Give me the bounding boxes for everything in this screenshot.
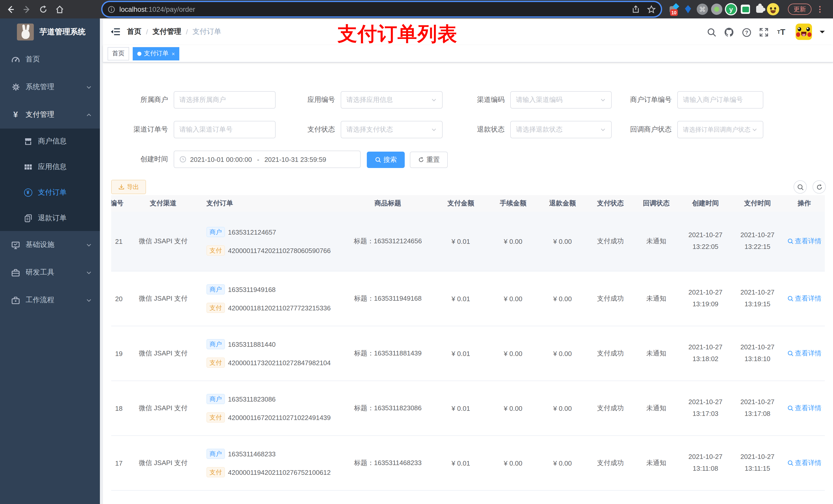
sidebar-scrollbar[interactable]: [100, 19, 103, 504]
view-detail-link[interactable]: 查看详情: [787, 349, 822, 358]
fullscreen-icon[interactable]: [759, 27, 769, 38]
tag-close-icon[interactable]: ×: [172, 50, 175, 56]
refresh-icon: [418, 157, 424, 163]
sidebar-item-app-info[interactable]: 应用信息: [0, 154, 100, 180]
sidebar-item-infrastructure[interactable]: 基础设施: [0, 231, 100, 259]
chevron-down-icon: [86, 242, 92, 248]
filter-create-time: 创建时间 2021-10-01 00:00:00 - 2021-10-31 23…: [122, 150, 361, 168]
app-title: 芋道管理系统: [40, 27, 86, 37]
sidebar-item-pay-order[interactable]: ¥ 支付订单: [0, 180, 100, 206]
view-detail-link[interactable]: 查看详情: [787, 458, 822, 467]
date-end: 2021-10-31 23:59:59: [264, 155, 326, 163]
logo-rabbit-image: [17, 23, 34, 40]
url-bar[interactable]: localhost:1024/pay/order: [102, 2, 661, 16]
app-select[interactable]: 请选择应用信息: [341, 91, 443, 109]
dashboard-icon: [11, 55, 20, 64]
merchant-input[interactable]: 请选择所属商户: [174, 91, 276, 109]
sidebar-item-payment[interactable]: ¥ 支付管理: [0, 101, 100, 128]
table-search-toggle-button[interactable]: [793, 180, 807, 194]
extension-y-app-icon[interactable]: y: [724, 3, 738, 16]
sidebar-item-dev-tools[interactable]: 研发工具: [0, 259, 100, 286]
chevron-down-icon: [86, 270, 92, 275]
browser-profile-avatar[interactable]: [766, 3, 780, 16]
sidebar-item-system[interactable]: 系统管理: [0, 73, 100, 101]
tags-view-bar: 首页 支付订单 ×: [103, 45, 833, 63]
reload-icon[interactable]: [37, 3, 49, 15]
url-host: localhost: [119, 5, 147, 13]
table-row[interactable]: 18 微信 JSAPI 支付 商户1635311823086 支付4200001…: [111, 381, 825, 436]
chevron-down-icon: [600, 97, 606, 103]
svg-text:?: ?: [745, 29, 748, 35]
sidebar-item-home[interactable]: 首页: [0, 46, 100, 73]
view-detail-link[interactable]: 查看详情: [787, 404, 822, 413]
channel-code-select[interactable]: 请输入渠道编码: [510, 91, 612, 109]
date-range-input[interactable]: 2021-10-01 00:00:00 - 2021-10-31 23:59:5…: [174, 150, 361, 168]
font-size-icon[interactable]: TT: [776, 27, 786, 38]
browser-update-button[interactable]: 更新: [788, 4, 811, 15]
sidebar-item-workflow[interactable]: 工作流程: [0, 286, 100, 314]
reset-button[interactable]: 重置: [410, 152, 448, 168]
header-search-icon[interactable]: [707, 27, 717, 38]
extensions-puzzle-icon[interactable]: [753, 3, 766, 16]
breadcrumb-home[interactable]: 首页: [127, 27, 141, 37]
channel-order-no-input[interactable]: 请输入渠道订单号: [174, 121, 276, 138]
merchant-order-no-input[interactable]: 请输入商户订单编号: [677, 91, 763, 109]
payment-submenu: 商户信息 应用信息 ¥ 支付订单 退款订单: [0, 128, 100, 231]
sidebar-item-refund-order[interactable]: 退款订单: [0, 206, 100, 231]
sidebar-logo[interactable]: 芋道管理系统: [0, 19, 100, 45]
extension-kite-icon[interactable]: [681, 3, 695, 16]
extension-record-icon[interactable]: [710, 3, 723, 16]
forward-icon[interactable]: [21, 3, 33, 15]
filter-callback-status: 回调商户状态 请选择订单回调商户状态: [615, 121, 763, 138]
pay-tag: 支付: [207, 412, 225, 423]
screen: localhost:1024/pay/order 10 ⌘ y 更新 ⋮: [0, 0, 833, 504]
tag-home[interactable]: 首页: [108, 47, 129, 60]
coin-icon: ¥: [24, 188, 32, 197]
search-icon: [787, 238, 793, 244]
tag-active-dot: [137, 51, 141, 55]
chevron-down-icon: [86, 84, 92, 90]
export-button[interactable]: 导出: [111, 180, 146, 194]
search-icon: [787, 350, 793, 357]
help-icon[interactable]: ?: [741, 27, 752, 38]
table-row[interactable]: 21 微信 JSAPI 支付 商户1635312124657 支付4200001…: [111, 212, 825, 271]
back-icon[interactable]: [4, 3, 16, 15]
sidebar-item-merchant-info[interactable]: 商户信息: [0, 128, 100, 154]
filter-app: 应用编号 请选择应用信息: [289, 91, 443, 109]
refund-status-select[interactable]: 请选择退款状态: [510, 121, 612, 138]
user-avatar[interactable]: [795, 24, 812, 40]
pay-tag: 支付: [207, 303, 225, 313]
toolbox-icon: [11, 268, 20, 277]
github-icon[interactable]: [724, 27, 734, 38]
table-row[interactable]: 20 微信 JSAPI 支付 商户1635311949168 支付4200001…: [111, 271, 825, 326]
home-icon[interactable]: [53, 3, 66, 15]
filter-channel-code: 渠道编码 请输入渠道编码: [458, 91, 612, 109]
view-detail-link[interactable]: 查看详情: [787, 294, 822, 303]
gear-icon: [11, 83, 20, 91]
extension-badge: 10: [670, 9, 678, 16]
pay-tag: 支付: [207, 358, 225, 368]
orders-table: 编号 支付渠道 支付订单 商品标题 支付金额 手续金额 退款金额 支付状态 回调…: [111, 195, 825, 504]
table-row[interactable]: 19 微信 JSAPI 支付 商户1635311881440 支付4200001…: [111, 326, 825, 381]
browser-menu-icon[interactable]: ⋮: [816, 4, 824, 15]
tag-pay-order[interactable]: 支付订单 ×: [133, 47, 180, 60]
search-button[interactable]: 搜索: [367, 152, 405, 168]
extension-badged-icon[interactable]: 10: [666, 3, 679, 16]
pay-status-select[interactable]: 请选择支付状态: [341, 121, 443, 138]
page-title-annotation: 支付订单列表: [338, 21, 457, 47]
sidebar-fold-icon[interactable]: [110, 27, 120, 37]
extension-command-icon[interactable]: ⌘: [696, 3, 709, 16]
bookmark-star-icon[interactable]: [647, 5, 656, 14]
breadcrumb-payment[interactable]: 支付管理: [153, 27, 181, 37]
view-detail-link[interactable]: 查看详情: [787, 237, 822, 246]
table-row[interactable]: 17 微信 JSAPI 支付 商户1635311468233 支付4200001…: [111, 436, 825, 491]
navbar: 首页 / 支付管理 / 支付订单 支付订单列表 ? TT: [103, 19, 833, 45]
table-refresh-button[interactable]: [812, 180, 826, 194]
callback-status-select[interactable]: 请选择订单回调商户状态: [677, 121, 763, 138]
document-icon: [24, 214, 32, 222]
extension-chat-icon[interactable]: [739, 3, 752, 16]
table-row-partial[interactable]: 商户1635311251736: [111, 491, 825, 504]
share-icon[interactable]: [632, 5, 640, 13]
info-icon[interactable]: [108, 5, 115, 13]
avatar-caret-down-icon[interactable]: [820, 31, 825, 36]
